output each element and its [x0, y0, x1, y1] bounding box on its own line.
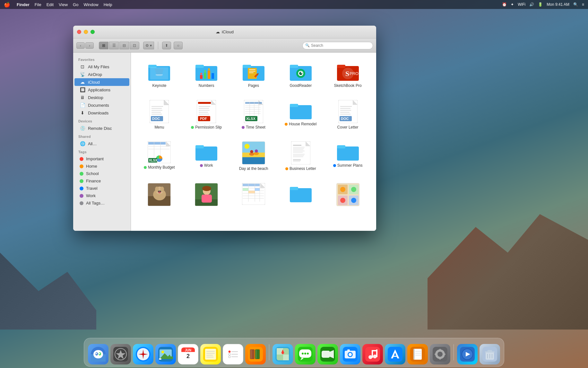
- dock-books[interactable]: [245, 344, 266, 364]
- list-view-button[interactable]: ☰: [109, 42, 119, 49]
- file-item-monthly-budget[interactable]: XLSX Monthly Budget: [137, 139, 181, 174]
- tag-button[interactable]: ○: [174, 42, 183, 49]
- file-item-photo-dog[interactable]: [137, 180, 181, 209]
- svg-rect-143: [290, 187, 298, 190]
- file-item-day-at-beach[interactable]: Day at the beach: [232, 139, 276, 174]
- file-item-keynote[interactable]: Keynote: [137, 59, 181, 91]
- column-view-button[interactable]: ⊟: [119, 42, 129, 49]
- files-area: Keynote Nu: [131, 53, 376, 231]
- close-button[interactable]: [77, 30, 81, 34]
- icon-view-button[interactable]: ⊞: [99, 42, 108, 49]
- sidebar-item-documents[interactable]: 📄 Documents: [74, 101, 129, 109]
- dock-maps[interactable]: [272, 344, 293, 364]
- menubar-view[interactable]: View: [59, 2, 68, 7]
- menubar-window[interactable]: Window: [83, 2, 98, 7]
- sidebar-item-tag-school[interactable]: School: [74, 170, 129, 177]
- sidebar-label-documents: Documents: [88, 103, 109, 108]
- menubar-finder[interactable]: Finder: [17, 2, 30, 7]
- sidebar-item-icloud[interactable]: ☁ iCloud: [74, 78, 129, 86]
- svg-text:JUN: JUN: [185, 348, 191, 352]
- file-item-permission-slip[interactable]: PDF Permission Slip: [185, 97, 229, 133]
- sidebar-item-tag-work[interactable]: Work: [74, 192, 129, 199]
- sidebar-item-tag-travel[interactable]: Travel: [74, 185, 129, 192]
- cover-flow-button[interactable]: ⊡: [130, 42, 139, 49]
- svg-rect-181: [205, 349, 216, 360]
- file-item-catering[interactable]: [326, 180, 370, 209]
- menubar-search-icon[interactable]: 🔍: [573, 2, 578, 7]
- svg-rect-241: [443, 354, 445, 355]
- menubar-edit[interactable]: Edit: [47, 2, 54, 7]
- search-box[interactable]: 🔍: [302, 42, 373, 49]
- toolbar-separator-1: [158, 42, 158, 49]
- dock-photos-edit[interactable]: [155, 344, 176, 364]
- sidebar-item-all-shared[interactable]: 🌐 All…: [74, 140, 129, 147]
- dock-finder[interactable]: [88, 344, 108, 364]
- dock-calendar[interactable]: JUN 2: [178, 344, 198, 364]
- tag-dot-important: [80, 157, 83, 161]
- dock-facetime[interactable]: [317, 344, 338, 364]
- svg-rect-203: [283, 355, 289, 360]
- svg-rect-126: [202, 195, 212, 203]
- sidebar-item-desktop[interactable]: 🖥 Desktop: [74, 94, 129, 101]
- search-input[interactable]: [311, 43, 370, 48]
- file-item-photo-girl[interactable]: [185, 180, 229, 209]
- work-folder-icon: [195, 141, 218, 161]
- file-item-sketchbook[interactable]: S PRO SketchBook Pro: [326, 59, 370, 91]
- dock-image-capture[interactable]: [340, 344, 360, 364]
- svg-point-160: [99, 353, 100, 355]
- menubar-file[interactable]: File: [35, 2, 41, 7]
- summer-plans-icon: [336, 141, 359, 161]
- sidebar-label-important: Important: [86, 156, 104, 161]
- file-item-pages[interactable]: Pages: [232, 59, 276, 91]
- file-item-goodreader[interactable]: GoodReader: [279, 59, 323, 91]
- menubar-help[interactable]: Help: [104, 2, 112, 7]
- svg-rect-59: [245, 102, 262, 104]
- sidebar-label-remote-disc: Remote Disc: [88, 126, 112, 131]
- file-item-numbers[interactable]: Numbers: [185, 59, 229, 91]
- file-item-spreadsheet2[interactable]: [232, 180, 276, 209]
- dock-reminders[interactable]: [223, 344, 243, 364]
- sidebar-item-downloads[interactable]: ⬇ Downloads: [74, 109, 129, 117]
- sidebar-item-tag-finance[interactable]: Finance: [74, 177, 129, 185]
- apple-menu[interactable]: 🍎: [4, 2, 10, 8]
- menubar-wifi-icon: WiFi: [518, 2, 525, 7]
- sidebar-item-all-my-files[interactable]: ⊡ All My Files: [74, 63, 129, 71]
- forward-button[interactable]: ›: [85, 42, 94, 49]
- dock-system-prefs[interactable]: [430, 344, 450, 364]
- sidebar-item-remote-disc[interactable]: 💿 Remote Disc: [74, 124, 129, 132]
- menubar-go[interactable]: Go: [73, 2, 78, 7]
- file-item-menu[interactable]: DOC Menu: [137, 97, 181, 133]
- file-item-cover-letter[interactable]: DOC Cover Letter: [326, 97, 370, 133]
- arrange-button[interactable]: ⚙ ▾: [143, 42, 154, 49]
- dock-ibooks[interactable]: [407, 344, 428, 364]
- file-item-house-remodel[interactable]: House Remodel: [279, 97, 323, 133]
- dock-quicktime[interactable]: [457, 344, 478, 364]
- menubar-menu-icon[interactable]: ≡: [582, 2, 584, 7]
- file-item-summer-plans[interactable]: Summer Plans: [326, 139, 370, 174]
- dock-app-store[interactable]: [385, 344, 405, 364]
- dock-messages[interactable]: [295, 344, 316, 364]
- svg-rect-25: [290, 65, 298, 68]
- dock-safari[interactable]: [133, 344, 153, 364]
- svg-rect-173: [168, 356, 173, 359]
- sidebar-item-tag-important[interactable]: Important: [74, 155, 129, 163]
- dock-music[interactable]: [362, 344, 383, 364]
- maximize-button[interactable]: [91, 30, 95, 34]
- dock-trash[interactable]: [480, 344, 500, 364]
- dock-notes[interactable]: [200, 344, 221, 364]
- sidebar-item-applications[interactable]: 🔲 Applications: [74, 86, 129, 94]
- file-item-work[interactable]: Work: [185, 139, 229, 174]
- dock-launchpad[interactable]: [110, 344, 131, 364]
- minimize-button[interactable]: [84, 30, 88, 34]
- remote-disc-icon: 💿: [80, 126, 85, 131]
- file-label-cover-letter: Cover Letter: [337, 125, 359, 130]
- sidebar-item-airdrop[interactable]: 📡 AirDrop: [74, 71, 129, 78]
- back-button[interactable]: ‹: [76, 42, 85, 49]
- share-button[interactable]: ⬆: [162, 42, 171, 49]
- file-item-business-letter[interactable]: Business Letter: [279, 139, 323, 174]
- menubar-clock-icon: ⏰: [502, 2, 507, 7]
- sidebar-item-all-tags[interactable]: All Tags…: [74, 199, 129, 207]
- sidebar-item-tag-home[interactable]: Home: [74, 163, 129, 170]
- file-item-folder-blue2[interactable]: [279, 180, 323, 209]
- file-item-time-sheet[interactable]: XLSX Time Sheet: [232, 97, 276, 133]
